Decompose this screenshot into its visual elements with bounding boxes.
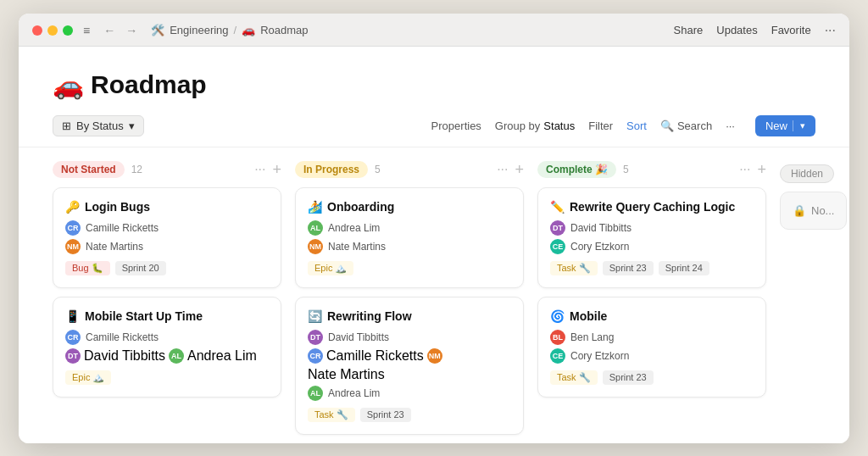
forward-button[interactable]: → bbox=[122, 22, 141, 39]
view-label: By Status bbox=[76, 120, 124, 132]
board: Not Started 12 ··· + 🔑 Login Bugs CR bbox=[19, 147, 849, 443]
workspace-label[interactable]: Engineering bbox=[170, 24, 228, 36]
more-button[interactable]: ··· bbox=[825, 23, 836, 38]
search-area[interactable]: 🔍 Search bbox=[660, 120, 712, 132]
header-actions: Share Updates Favorite ··· bbox=[674, 23, 836, 38]
toolbar-more-button[interactable]: ··· bbox=[726, 120, 735, 132]
avatar-david3: DT bbox=[550, 220, 565, 236]
hidden-badge[interactable]: Hidden bbox=[780, 164, 834, 183]
page-label[interactable]: Roadmap bbox=[260, 24, 308, 36]
column-header-complete: Complete 🎉 5 ··· + bbox=[537, 161, 766, 179]
tag-sprint-23-rewriting[interactable]: Sprint 23 bbox=[360, 408, 411, 422]
page-title-icon: 🚗 bbox=[53, 70, 84, 100]
col-actions-in-progress: ··· + bbox=[497, 161, 524, 179]
sort-button[interactable]: Sort bbox=[626, 120, 647, 132]
card-mobile-startup[interactable]: 📱 Mobile Start Up Time CR Camille Ricket… bbox=[53, 297, 281, 398]
tag-epic-mobile[interactable]: Epic 🏔️ bbox=[65, 370, 111, 385]
card-tags-mobile-startup: Epic 🏔️ bbox=[65, 370, 269, 385]
card-person-ben: BL Ben Lang bbox=[550, 330, 754, 345]
person-david: David Tibbitts bbox=[84, 348, 165, 364]
card-title-text-mobile-complete: Mobile bbox=[570, 309, 607, 323]
card-title-text-onboarding: Onboarding bbox=[327, 200, 394, 214]
col-count-in-progress: 5 bbox=[375, 164, 381, 175]
status-badge-complete: Complete 🎉 bbox=[537, 161, 616, 178]
filter-button[interactable]: Filter bbox=[588, 120, 613, 132]
card-mobile-complete[interactable]: 🌀 Mobile BL Ben Lang CE Cory Etzkorn Tas… bbox=[537, 297, 766, 398]
person-cory2: Cory Etzkorn bbox=[570, 350, 629, 362]
column-in-progress: In Progress 5 ··· + 🏄 Onboarding AL bbox=[295, 161, 524, 443]
person-david2: David Tibbitts bbox=[328, 331, 389, 343]
tag-epic-onboarding[interactable]: Epic 🏔️ bbox=[308, 261, 353, 275]
titlebar: ≡ ← → 🛠️ Engineering / 🚗 Roadmap Share U… bbox=[19, 14, 849, 47]
minimize-button[interactable] bbox=[47, 25, 58, 36]
person-andrea: Andrea Lim bbox=[187, 348, 257, 364]
card-title-onboarding: 🏄 Onboarding bbox=[308, 200, 511, 214]
workspace-icon: 🛠️ bbox=[151, 24, 164, 36]
card-onboarding[interactable]: 🏄 Onboarding AL Andrea Lim NM Nate Marti… bbox=[295, 187, 524, 288]
card-persons-row-rewriting: CR Camille Ricketts NM Nate Martins bbox=[308, 348, 511, 382]
col-more-not-started[interactable]: ··· bbox=[254, 162, 265, 177]
avatar-camille3: CR bbox=[308, 348, 323, 364]
search-label: Search bbox=[677, 120, 712, 132]
view-selector[interactable]: ⊞ By Status ▾ bbox=[53, 115, 144, 136]
card-icon-mobile-startup: 📱 bbox=[65, 309, 80, 323]
page-header: 🚗 Roadmap bbox=[19, 47, 849, 108]
avatar-camille: CR bbox=[65, 220, 81, 236]
tag-sprint-20[interactable]: Sprint 20 bbox=[115, 261, 166, 275]
card-login-bugs[interactable]: 🔑 Login Bugs CR Camille Ricketts NM Nate… bbox=[53, 187, 281, 288]
card-title-text-mobile: Mobile Start Up Time bbox=[85, 309, 203, 323]
person-name-nate: Nate Martins bbox=[86, 241, 143, 253]
avatar-cory: CE bbox=[550, 239, 565, 254]
avatar-nate2: NM bbox=[308, 239, 323, 254]
col-count-complete: 5 bbox=[623, 164, 629, 175]
avatar-andrea3: AL bbox=[308, 386, 323, 401]
toolbar-center: Properties Group by Status Filter Sort 🔍… bbox=[431, 115, 815, 136]
close-button[interactable] bbox=[32, 25, 42, 36]
share-button[interactable]: Share bbox=[674, 24, 704, 36]
person-camille2: Camille Ricketts bbox=[86, 331, 159, 343]
tag-task-mobile[interactable]: Task 🔧 bbox=[550, 370, 598, 385]
card-rewrite-query[interactable]: ✏️ Rewrite Query Caching Logic DT David … bbox=[537, 187, 766, 288]
favorite-button[interactable]: Favorite bbox=[771, 24, 811, 36]
col-more-in-progress[interactable]: ··· bbox=[497, 162, 508, 177]
maximize-button[interactable] bbox=[63, 25, 73, 36]
group-by-value: Status bbox=[543, 120, 575, 132]
tag-sprint-23-rewrite[interactable]: Sprint 23 bbox=[603, 261, 654, 275]
back-button[interactable]: ← bbox=[100, 22, 119, 39]
column-not-started: Not Started 12 ··· + 🔑 Login Bugs CR bbox=[53, 161, 281, 406]
col-add-not-started[interactable]: + bbox=[272, 161, 281, 179]
toolbar-left: ⊞ By Status ▾ bbox=[53, 115, 144, 136]
col-add-in-progress[interactable]: + bbox=[515, 161, 524, 179]
card-rewriting-flow[interactable]: 🔄 Rewriting Flow DT David Tibbitts CR Ca… bbox=[295, 297, 524, 435]
person-ben: Ben Lang bbox=[570, 331, 614, 343]
hidden-card: 🔒 No... bbox=[780, 192, 847, 230]
card-persons-row-mobile: DT David Tibbitts AL Andrea Lim bbox=[65, 348, 269, 364]
status-badge-in-progress: In Progress bbox=[295, 161, 368, 178]
tag-bug[interactable]: Bug 🐛 bbox=[65, 261, 110, 275]
person-nate2: Nate Martins bbox=[328, 241, 386, 253]
tag-task-rewrite[interactable]: Task 🔧 bbox=[550, 261, 598, 275]
card-tags-login-bugs: Bug 🐛 Sprint 20 bbox=[65, 261, 269, 275]
tag-sprint-23-mobile[interactable]: Sprint 23 bbox=[603, 370, 654, 385]
card-title-login-bugs: 🔑 Login Bugs bbox=[65, 200, 269, 214]
avatar-david: DT bbox=[65, 348, 81, 364]
person-name-camille: Camille Ricketts bbox=[86, 222, 159, 234]
page-title: 🚗 Roadmap bbox=[53, 70, 815, 100]
tag-sprint-24-rewrite[interactable]: Sprint 24 bbox=[659, 261, 709, 275]
group-by-button[interactable]: Group by Status bbox=[495, 120, 575, 132]
card-title-text: Login Bugs bbox=[85, 200, 150, 214]
updates-button[interactable]: Updates bbox=[716, 24, 757, 36]
avatar-ben: BL bbox=[550, 330, 565, 345]
avatar-nate: NM bbox=[65, 239, 81, 254]
avatar-nate3: NM bbox=[427, 348, 442, 364]
new-chevron-icon: ▾ bbox=[793, 120, 805, 131]
properties-button[interactable]: Properties bbox=[431, 120, 481, 132]
col-more-complete[interactable]: ··· bbox=[739, 162, 750, 177]
tag-task-rewriting[interactable]: Task 🔧 bbox=[308, 408, 355, 422]
new-button[interactable]: New ▾ bbox=[755, 115, 815, 136]
hamburger-icon[interactable]: ≡ bbox=[83, 24, 90, 37]
col-add-complete[interactable]: + bbox=[757, 161, 766, 179]
card-person-camille2: CR Camille Ricketts bbox=[65, 330, 269, 345]
avatar-andrea: AL bbox=[169, 348, 184, 364]
avatar-andrea2: AL bbox=[308, 220, 323, 236]
